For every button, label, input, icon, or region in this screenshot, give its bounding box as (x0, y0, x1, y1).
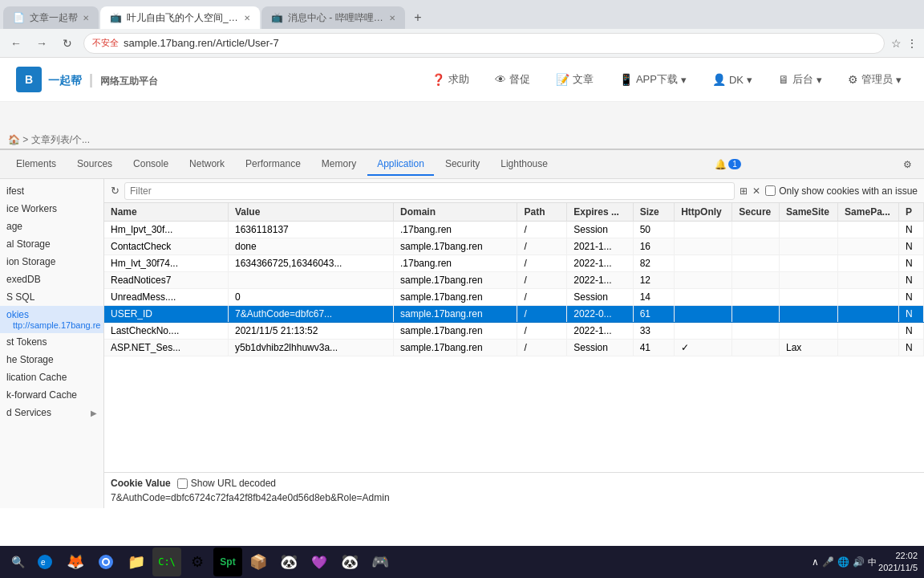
col-header-samepa[interactable]: SamePa... (838, 203, 899, 222)
taskbar-app-spt[interactable]: Spt (213, 547, 242, 576)
col-header-path[interactable]: Path (517, 203, 567, 222)
cell-samesite (779, 306, 837, 323)
volume-icon[interactable]: 🔊 (853, 556, 865, 568)
taskbar-chrome[interactable] (91, 547, 120, 576)
taskbar-search[interactable]: 🔍 (6, 551, 29, 573)
show-issues-checkbox[interactable] (765, 185, 776, 196)
sidebar-item-storage[interactable]: age (0, 218, 103, 235)
table-row[interactable]: USER_ID7&AuthCode=dbfc67...sample.17bang… (104, 306, 924, 323)
tab-1[interactable]: 📄 文章一起帮 ✕ (3, 6, 99, 29)
devtools-tab-performance[interactable]: Performance (236, 153, 310, 176)
cell-secure (732, 222, 780, 238)
devtools-tab-elements[interactable]: Elements (6, 153, 66, 176)
nav-help[interactable]: ❓ 求助 (425, 69, 476, 90)
tab-3-close[interactable]: ✕ (389, 14, 395, 22)
nav-app[interactable]: 📱 APP下载 ▾ (613, 69, 693, 90)
sidebar-item-back-forward[interactable]: k-forward Cache (0, 386, 103, 404)
table-row[interactable]: LastCheckNo....2021/11/5 21:13:52sample.… (104, 323, 924, 340)
col-header-domain[interactable]: Domain (393, 203, 517, 222)
nav-article[interactable]: 📝 文章 (549, 69, 600, 90)
taskbar-app-game[interactable]: 🎮 (366, 547, 395, 576)
taskbar-time[interactable]: 22:02 2021/11/5 (878, 550, 918, 575)
cell-size: 82 (633, 255, 674, 272)
filter-clear-button[interactable]: ✕ (752, 185, 760, 197)
col-header-samesite[interactable]: SameSite (779, 203, 837, 222)
devtools-tab-application[interactable]: Application (367, 153, 434, 176)
devtools-tab-security[interactable]: Security (436, 153, 489, 176)
sidebar-item-application-cache[interactable]: lication Cache (0, 368, 103, 386)
taskbar-files[interactable]: 📁 (122, 547, 151, 576)
tab-2-label: 叶儿自由飞的个人空间_哔哩哔哩 (127, 11, 239, 25)
bookmark-icon[interactable]: ☆ (891, 37, 902, 50)
show-url-decoded-checkbox[interactable] (177, 478, 188, 489)
col-header-value[interactable]: Value (228, 203, 393, 222)
taskbar-edge[interactable]: e (30, 547, 59, 576)
sidebar-item-cookies[interactable]: okies ttp://sample.17bang.re (0, 306, 103, 333)
tab-2[interactable]: 📺 叶儿自由飞的个人空间_哔哩哔哩 ✕ (100, 6, 260, 29)
back-button[interactable]: ← (6, 34, 26, 53)
filter-options-button[interactable]: ⊞ (740, 185, 748, 197)
new-tab-button[interactable]: + (407, 6, 429, 29)
devtools-tab-lighthouse[interactable]: Lighthouse (491, 153, 557, 176)
devtools-tab-sources[interactable]: Sources (67, 153, 122, 176)
nav-supervise[interactable]: 👁 督促 (488, 69, 537, 90)
sidebar-item-indexeddb[interactable]: exedDB (0, 271, 103, 288)
cell-size: 41 (633, 340, 674, 356)
nav-backend[interactable]: 🖥 后台 ▾ (772, 69, 829, 90)
url-bar[interactable]: 不安全 sample.17bang.ren/Article/User-7 (83, 33, 885, 54)
col-header-name[interactable]: Name (104, 203, 228, 222)
col-header-p[interactable]: P (899, 203, 924, 222)
sidebar-item-shared-services[interactable]: d Services ▶ (0, 404, 103, 421)
show-issues-checkbox-label[interactable]: Only show cookies with an issue (765, 185, 918, 197)
sidebar-item-trust-tokens[interactable]: st Tokens (0, 333, 103, 351)
nav-user[interactable]: 👤 DK ▾ (706, 70, 759, 89)
cell-size: 14 (633, 289, 674, 306)
extensions-icon[interactable]: ⋮ (906, 37, 918, 50)
microphone-icon[interactable]: 🎤 (822, 556, 834, 568)
nav-admin[interactable]: ⚙ 管理员 ▾ (841, 69, 908, 90)
taskbar-terminal[interactable]: C:\ (152, 547, 181, 576)
breadcrumb: 🏠 > 文章列表/个... (8, 133, 90, 147)
taskbar-app-box[interactable]: 📦 (244, 547, 273, 576)
sidebar-item-local-storage[interactable]: al Storage (0, 235, 103, 253)
tab-3[interactable]: 📺 消息中心 - 哔哩哔哩哔哩视频 ✕ (261, 6, 405, 29)
tab-1-close[interactable]: ✕ (83, 14, 89, 22)
taskbar-app-panda[interactable]: 🐼 (274, 547, 303, 576)
site-logo[interactable]: B 一起帮 | 网络互助平台 (16, 67, 158, 92)
reload-button[interactable]: ↻ (58, 34, 77, 53)
sidebar-item-web-sql[interactable]: S SQL (0, 288, 103, 306)
sidebar-item-session-storage[interactable]: ion Storage (0, 253, 103, 271)
col-header-expires[interactable]: Expires ... (567, 203, 633, 222)
chevron-up-icon[interactable]: ∧ (812, 556, 819, 568)
col-header-secure[interactable]: Secure (732, 203, 780, 222)
taskbar-firefox[interactable]: 🦊 (61, 547, 90, 576)
sidebar-item-cache-storage[interactable]: he Storage (0, 351, 103, 368)
sidebar-item-service-workers[interactable]: ice Workers (0, 200, 103, 218)
col-header-size[interactable]: Size (633, 203, 674, 222)
devtools-tab-network[interactable]: Network (180, 153, 234, 176)
network-icon[interactable]: 🌐 (837, 556, 849, 568)
tab-2-close[interactable]: ✕ (244, 14, 250, 22)
refresh-button[interactable]: ↻ (111, 185, 120, 197)
devtools-content: ifest ice Workers age al Storage ion Sto… (0, 179, 924, 508)
table-row[interactable]: UnreadMess....0sample.17bang.ren/Session… (104, 289, 924, 306)
filter-input[interactable] (124, 182, 735, 200)
col-header-httponly[interactable]: HttpOnly (675, 203, 732, 222)
taskbar-app-vs[interactable]: 💜 (305, 547, 334, 576)
table-row[interactable]: Hm_lvt_30f74...1634366725,16346043....17… (104, 255, 924, 272)
taskbar-app-panda2[interactable]: 🐼 (335, 547, 364, 576)
devtools-tab-console[interactable]: Console (124, 153, 178, 176)
table-row[interactable]: ContactCheckdonesample.17bang.ren/2021-1… (104, 238, 924, 255)
table-row[interactable]: ASP.NET_Ses...y5b1dvhibz2lhhuwv3a...samp… (104, 340, 924, 356)
devtools-tab-memory[interactable]: Memory (312, 153, 366, 176)
taskbar-settings-app[interactable]: ⚙ (183, 547, 212, 576)
forward-button[interactable]: → (32, 34, 51, 53)
sidebar-item-cookies-url[interactable]: ttp://sample.17bang.re (6, 320, 97, 330)
table-row[interactable]: ReadNotices7sample.17bang.ren/2022-1...1… (104, 272, 924, 289)
show-url-decoded-label[interactable]: Show URL decoded (177, 478, 276, 489)
table-row[interactable]: Hm_lpvt_30f...1636118137.17bang.ren/Sess… (104, 222, 924, 238)
sidebar-item-manifest[interactable]: ifest (0, 182, 103, 200)
devtools-notifications[interactable]: 🔔1 (718, 155, 737, 174)
devtools-settings[interactable]: ⚙ (898, 155, 918, 174)
cell-name: ReadNotices7 (104, 272, 228, 289)
